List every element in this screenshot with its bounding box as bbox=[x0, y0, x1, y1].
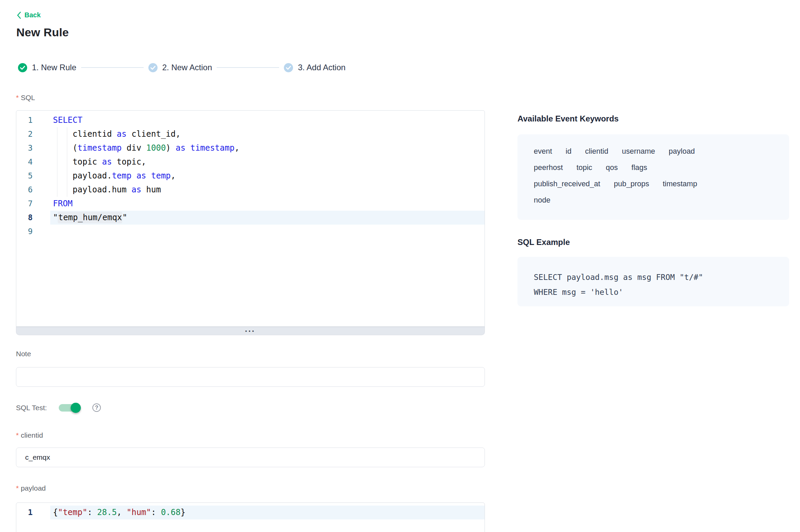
code-text: (timestamp div 1000) as timestamp, bbox=[33, 141, 239, 155]
line-number: 1 bbox=[16, 506, 33, 519]
sql-code-lines: 1SELECT2 clientid as client_id,3 (timest… bbox=[16, 111, 485, 326]
step-connector bbox=[81, 67, 144, 68]
back-button[interactable]: Back bbox=[17, 11, 41, 19]
code-line: 2 clientid as client_id, bbox=[16, 127, 485, 141]
step-label: 2. New Action bbox=[162, 63, 212, 72]
sql-test-row: SQL Test: ? bbox=[16, 403, 101, 412]
code-line: 8"temp_hum/emqx" bbox=[16, 211, 485, 225]
line-number: 5 bbox=[16, 169, 33, 183]
indent-guide bbox=[57, 127, 57, 197]
code-line: 5 payload.temp as temp, bbox=[16, 169, 485, 183]
help-icon[interactable]: ? bbox=[92, 403, 101, 412]
event-keyword[interactable]: node bbox=[534, 196, 550, 205]
code-text: clientid as client_id, bbox=[33, 127, 181, 141]
step-item[interactable]: 2. New Action bbox=[148, 63, 212, 72]
code-line: 1SELECT bbox=[16, 113, 485, 127]
sql-field-label: *SQL bbox=[16, 94, 35, 102]
keywords-title: Available Event Keywords bbox=[517, 114, 619, 124]
code-text: SELECT bbox=[33, 113, 83, 127]
line-number: 1 bbox=[16, 113, 33, 127]
sql-example-line: WHERE msg = 'hello' bbox=[534, 285, 776, 300]
event-keyword[interactable]: qos bbox=[606, 163, 618, 172]
line-number: 2 bbox=[16, 127, 33, 141]
step-label: 3. Add Action bbox=[298, 63, 345, 72]
keyword-row: peerhosttopicqosflags bbox=[534, 159, 776, 176]
code-line: 6 payload.hum as hum bbox=[16, 183, 485, 197]
sql-test-label: SQL Test: bbox=[16, 404, 47, 412]
keyword-row: node bbox=[534, 192, 776, 208]
required-asterisk: * bbox=[16, 431, 19, 439]
keyword-row: publish_received_atpub_propstimestamp bbox=[534, 176, 776, 192]
keywords-panel: eventidclientidusernamepayloadpeerhostto… bbox=[517, 134, 789, 220]
event-keyword[interactable]: flags bbox=[632, 163, 647, 172]
event-keyword[interactable]: event bbox=[534, 147, 552, 156]
code-line: 9 bbox=[16, 225, 485, 239]
payload-code-lines: 1{"temp": 28.5, "hum": 0.68} bbox=[16, 503, 485, 532]
event-keyword[interactable]: clientid bbox=[585, 147, 608, 156]
event-keyword[interactable]: username bbox=[622, 147, 655, 156]
code-text: payload.temp as temp, bbox=[33, 169, 176, 183]
event-keyword[interactable]: pub_props bbox=[614, 179, 649, 188]
sql-example-title: SQL Example bbox=[517, 238, 570, 247]
code-line: 4 topic as topic, bbox=[16, 155, 485, 169]
required-asterisk: * bbox=[16, 94, 19, 101]
sql-editor-resize-handle[interactable]: ••• bbox=[16, 327, 485, 335]
event-keyword[interactable]: publish_received_at bbox=[534, 179, 600, 188]
page-title: New Rule bbox=[16, 26, 69, 39]
code-text: FROM bbox=[33, 197, 73, 211]
code-text: "temp_hum/emqx" bbox=[33, 211, 127, 225]
line-number: 6 bbox=[16, 183, 33, 197]
resize-dots-icon: ••• bbox=[245, 329, 256, 333]
note-input[interactable] bbox=[16, 367, 485, 387]
code-text bbox=[33, 225, 53, 239]
sql-example-panel: SELECT payload.msg as msg FROM "t/#"WHER… bbox=[517, 257, 789, 306]
back-label: Back bbox=[24, 11, 41, 19]
code-text: {"temp": 28.5, "hum": 0.68} bbox=[33, 506, 185, 519]
required-asterisk: * bbox=[16, 484, 19, 492]
event-keyword[interactable]: peerhost bbox=[534, 163, 563, 172]
clientid-field-label: *clientid bbox=[16, 431, 43, 439]
indent-guide bbox=[67, 127, 67, 197]
line-number: 4 bbox=[16, 155, 33, 169]
check-circle-icon bbox=[18, 63, 27, 72]
clientid-input[interactable] bbox=[16, 448, 485, 467]
event-keyword[interactable]: id bbox=[566, 147, 571, 156]
line-number: 7 bbox=[16, 197, 33, 211]
new-rule-page: Back New Rule 1. New Rule2. New Action3.… bbox=[0, 0, 800, 532]
step-label: 1. New Rule bbox=[32, 63, 76, 72]
step-item[interactable]: 3. Add Action bbox=[284, 63, 345, 72]
line-number: 8 bbox=[16, 211, 33, 225]
keyword-row: eventidclientidusernamepayload bbox=[534, 143, 776, 159]
sql-test-toggle[interactable] bbox=[59, 404, 80, 412]
line-number: 9 bbox=[16, 225, 33, 239]
payload-code-editor[interactable]: 1{"temp": 28.5, "hum": 0.68} bbox=[16, 502, 485, 532]
code-line: 1{"temp": 28.5, "hum": 0.68} bbox=[16, 506, 485, 519]
check-circle-icon bbox=[148, 63, 158, 72]
step-connector bbox=[217, 67, 279, 68]
chevron-left-icon bbox=[17, 12, 21, 19]
check-circle-icon bbox=[284, 63, 293, 72]
code-text: payload.hum as hum bbox=[33, 183, 161, 197]
event-keyword[interactable]: timestamp bbox=[663, 179, 697, 188]
event-keyword[interactable]: payload bbox=[669, 147, 695, 156]
steps-bar: 1. New Rule2. New Action3. Add Action bbox=[18, 63, 346, 72]
payload-field-label: *payload bbox=[16, 484, 46, 492]
code-text: topic as topic, bbox=[33, 155, 146, 169]
line-number: 3 bbox=[16, 141, 33, 155]
event-keyword[interactable]: topic bbox=[577, 163, 592, 172]
toggle-knob bbox=[71, 403, 81, 413]
code-line: 7FROM bbox=[16, 197, 485, 211]
note-field-label: Note bbox=[16, 350, 31, 358]
sql-example-line: SELECT payload.msg as msg FROM "t/#" bbox=[534, 270, 776, 285]
code-line: 3 (timestamp div 1000) as timestamp, bbox=[16, 141, 485, 155]
step-item[interactable]: 1. New Rule bbox=[18, 63, 76, 72]
sql-code-editor[interactable]: 1SELECT2 clientid as client_id,3 (timest… bbox=[16, 110, 485, 327]
